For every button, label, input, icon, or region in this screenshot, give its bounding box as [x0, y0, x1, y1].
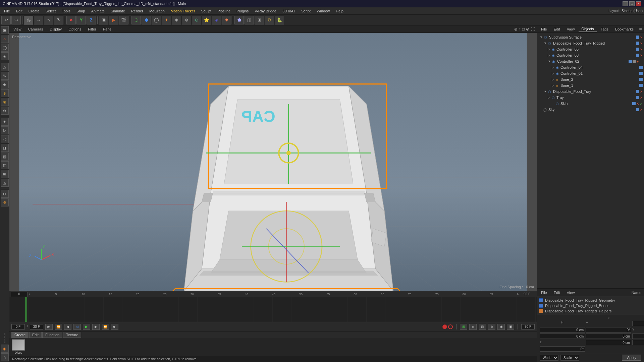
arrow-controller-05[interactable]: ▷	[548, 48, 550, 51]
tree-item-controller-01[interactable]: ▷ ◉ Controller_01	[537, 70, 644, 76]
maximize-button[interactable]: □	[629, 1, 635, 6]
close-icon-3[interactable]: ✕	[640, 48, 643, 51]
anim-btn-1[interactable]: ⊞	[460, 324, 467, 330]
left-tool-5[interactable]: △	[1, 63, 9, 71]
arrow-controller-02[interactable]: ▼	[548, 60, 551, 63]
z-axis-button[interactable]: Z	[87, 16, 96, 24]
jump-start-button[interactable]: ⏮	[45, 324, 53, 330]
tab-texture[interactable]: Texture	[63, 332, 81, 338]
material-swatch[interactable]: Disps	[11, 339, 26, 355]
close-icon-12[interactable]: ✕	[636, 102, 639, 106]
pos-y-input[interactable]	[540, 334, 585, 339]
rotate-tool-button[interactable]: ↻	[54, 16, 63, 24]
prev-keyframe-button[interactable]: ◀	[64, 324, 71, 330]
scale-tool-button[interactable]: ⤡	[44, 16, 53, 24]
vp-menu-cameras[interactable]: Cameras	[26, 26, 45, 32]
menu-plugins[interactable]: Plugins	[234, 8, 251, 14]
left-tool-bottom1[interactable]: ◉	[1, 345, 9, 353]
arrow-subdivision-surface[interactable]: ▼	[540, 36, 543, 39]
menu-animate[interactable]: Animate	[89, 8, 107, 14]
move-tool-button[interactable]: ↔	[34, 16, 43, 24]
play-button[interactable]: ▶	[83, 324, 90, 330]
vis-dot-7[interactable]	[639, 72, 643, 75]
left-tool-bottom2[interactable]: ☆	[1, 353, 9, 361]
vis-dot-9[interactable]	[639, 84, 643, 87]
size-h-input[interactable]	[586, 327, 631, 333]
close-icon-10[interactable]: ✕	[640, 90, 643, 94]
fps-input[interactable]	[30, 324, 43, 329]
tab-create[interactable]: Create	[11, 332, 29, 338]
left-tool-13[interactable]: ◁	[1, 135, 9, 143]
apply-button[interactable]: Apply	[622, 355, 641, 361]
anim-btn-5[interactable]: ◉	[497, 324, 505, 330]
obj-list-item-2[interactable]: Disposable_Food_Tray_Rigged_Helpers	[537, 308, 644, 314]
record-button[interactable]	[442, 324, 447, 329]
menu-3dto[interactable]: 3DToAll	[280, 8, 298, 14]
left-tool-18[interactable]: ◬	[1, 179, 9, 187]
vp-icon-fullscreen[interactable]: ⛶	[531, 27, 535, 32]
prev-frame-button[interactable]: ⏪	[55, 324, 62, 330]
vp-menu-filter[interactable]: Filter	[86, 26, 98, 32]
render-button[interactable]: ▶	[109, 16, 118, 24]
rb-tab-edit[interactable]: Edit	[551, 290, 563, 295]
tree-item-subdivision-surface[interactable]: ▼ ⬡ Subdivision Surface ✕	[537, 34, 644, 40]
left-tool-17[interactable]: ⊞	[1, 170, 9, 178]
vis-dot-11[interactable]	[636, 96, 639, 99]
tab-function[interactable]: Function	[42, 332, 62, 338]
left-tool-point[interactable]: ◈	[1, 52, 9, 60]
menu-sculpt[interactable]: Sculpt	[199, 8, 214, 14]
menu-vray[interactable]: V-Ray Bridge	[252, 8, 279, 14]
rt-tab-edit[interactable]: Edit	[551, 26, 563, 32]
tree-item-bone-1[interactable]: ▷ ◈ Bone_1	[537, 82, 644, 88]
left-tool-11[interactable]: ✦	[1, 118, 9, 126]
vp-menu-view[interactable]: View	[11, 26, 23, 32]
left-tool-19[interactable]: ⊟	[1, 190, 9, 198]
pos-z-input[interactable]	[586, 340, 631, 345]
tool1[interactable]: ⬡	[131, 16, 141, 24]
vis-dot-8[interactable]	[639, 78, 643, 81]
redo-button[interactable]: ↪	[11, 16, 21, 24]
menu-file[interactable]: File	[1, 8, 13, 14]
live-select-button[interactable]: ◎	[24, 16, 33, 24]
vp-menu-display[interactable]: Display	[48, 26, 64, 32]
tree-item-skin[interactable]: ▷ ⬡ Skin ✕ ✓	[537, 101, 644, 107]
render-viewport-button[interactable]: 🎬	[119, 16, 128, 24]
left-tool-14[interactable]: ◨	[1, 144, 9, 152]
rt-tab-objects[interactable]: Objects	[579, 26, 596, 32]
left-tool-poly[interactable]: ✕	[1, 35, 9, 43]
tool3[interactable]: ◯	[152, 16, 161, 24]
arrow-bone-2[interactable]: ▷	[552, 78, 554, 81]
vis-dot-2[interactable]	[636, 42, 639, 45]
rot-x-input[interactable]	[540, 327, 585, 333]
anim-btn-6[interactable]: ▣	[507, 324, 514, 330]
y-axis-button[interactable]: Y	[76, 16, 86, 24]
close-button[interactable]: ✕	[636, 1, 641, 6]
vis-dot-12[interactable]	[632, 102, 636, 105]
rt-icon-1[interactable]: ⊕	[639, 27, 642, 31]
menu-motion-tracker[interactable]: Motion Tracker	[168, 8, 198, 14]
max-frame-input[interactable]	[521, 324, 535, 329]
size-b-input[interactable]	[540, 346, 585, 352]
rt-tab-bookmarks[interactable]: Bookmarks	[612, 26, 636, 32]
tool11[interactable]: ⬟	[234, 16, 244, 24]
vis-dot-6[interactable]	[639, 66, 643, 69]
arrow-bone-1[interactable]: ▷	[552, 84, 554, 87]
rt-tab-tags[interactable]: Tags	[598, 26, 611, 32]
left-tool-7[interactable]: ⊕	[1, 80, 9, 88]
scale-dropdown[interactable]: Scale	[560, 355, 579, 361]
vp-icon-2[interactable]: ↑	[519, 27, 521, 32]
vis-dot-10[interactable]	[636, 90, 639, 93]
left-tool-9[interactable]: ◉	[1, 98, 9, 106]
menu-tools[interactable]: Tools	[59, 8, 73, 14]
tool7[interactable]: ⊙	[192, 16, 201, 24]
rb-tab-view[interactable]: View	[564, 290, 578, 295]
world-dropdown[interactable]: World	[540, 355, 558, 361]
menu-create[interactable]: Create	[26, 8, 42, 14]
tool12[interactable]: ◫	[245, 16, 254, 24]
tree-item-controller-02[interactable]: ▼ ◉ Controller_02 ◈ ⋯	[537, 58, 644, 64]
left-tool-15[interactable]: ▧	[1, 153, 9, 161]
menu-edit[interactable]: Edit	[13, 8, 25, 14]
minimize-button[interactable]: _	[623, 1, 628, 6]
tool6[interactable]: ⊗	[182, 16, 191, 24]
rot-y-input[interactable]	[586, 334, 631, 339]
